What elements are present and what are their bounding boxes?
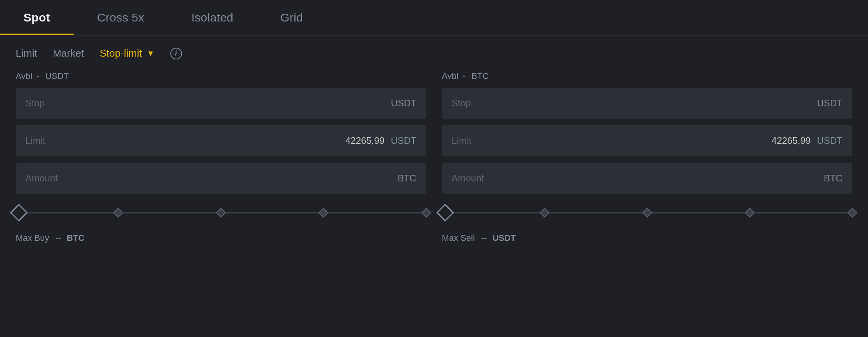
- buy-slider-dot-50[interactable]: [216, 208, 226, 217]
- buy-limit-currency: USDT: [391, 135, 416, 146]
- buy-max-value: -- BTC: [56, 233, 85, 243]
- buy-panel: Avbl - USDT Stop USDT Limit USDT: [16, 67, 426, 325]
- order-type-stop-limit[interactable]: Stop-limit: [99, 47, 142, 59]
- sell-slider-dot-50[interactable]: [642, 208, 652, 217]
- order-type-row: Limit Market Stop-limit ▼ i: [0, 36, 868, 67]
- sell-amount-field[interactable]: Amount BTC: [442, 163, 853, 194]
- tabs-bar: Spot Cross 5x Isolated Grid: [0, 0, 868, 36]
- tab-cross5x[interactable]: Cross 5x: [74, 0, 168, 35]
- sell-stop-input[interactable]: [733, 98, 811, 109]
- sell-amount-input[interactable]: [739, 173, 817, 184]
- sell-stop-currency: USDT: [817, 98, 843, 109]
- sell-amount-label: Amount: [452, 173, 484, 184]
- sell-amount-right: BTC: [739, 173, 843, 184]
- info-icon[interactable]: i: [170, 48, 182, 59]
- buy-amount-input[interactable]: [313, 173, 392, 184]
- sell-limit-currency: USDT: [817, 135, 843, 146]
- buy-stop-label: Stop: [25, 98, 45, 109]
- tab-isolated[interactable]: Isolated: [168, 0, 257, 35]
- buy-avbl-value: - USDT: [36, 71, 69, 81]
- sell-max-label: Max Sell: [442, 233, 475, 243]
- buy-stop-currency: USDT: [391, 98, 416, 109]
- buy-slider-dot-100[interactable]: [421, 208, 431, 217]
- buy-stop-input[interactable]: [306, 98, 384, 109]
- tab-grid[interactable]: Grid: [257, 0, 327, 35]
- sell-limit-field[interactable]: Limit USDT: [442, 125, 853, 156]
- sell-panel: Avbl - BTC Stop USDT Limit USDT: [442, 67, 853, 325]
- sell-slider-dot-75[interactable]: [745, 208, 754, 217]
- buy-amount-field[interactable]: Amount BTC: [16, 163, 426, 194]
- buy-limit-label: Limit: [25, 135, 45, 146]
- buy-avbl-label: Avbl: [16, 71, 32, 81]
- sell-limit-right: USDT: [733, 135, 843, 146]
- buy-slider-track[interactable]: [16, 212, 426, 213]
- buy-limit-input[interactable]: [306, 135, 384, 146]
- sell-amount-currency: BTC: [824, 173, 843, 184]
- trading-panel: Spot Cross 5x Isolated Grid Limit Market…: [0, 0, 868, 337]
- sell-max-row: Max Sell -- USDT: [442, 229, 853, 243]
- tab-spot[interactable]: Spot: [0, 0, 74, 35]
- buy-slider-handle[interactable]: [10, 204, 27, 221]
- sell-max-value: -- USDT: [481, 233, 516, 243]
- sell-avbl-label: Avbl: [442, 71, 458, 81]
- buy-stop-field[interactable]: Stop USDT: [16, 88, 426, 119]
- order-type-limit[interactable]: Limit: [16, 47, 37, 59]
- buy-avbl-row: Avbl - USDT: [16, 67, 426, 88]
- buy-amount-currency: BTC: [398, 173, 417, 184]
- buy-sell-panels: Avbl - USDT Stop USDT Limit USDT: [0, 67, 868, 337]
- buy-limit-right: USDT: [306, 135, 416, 146]
- sell-avbl-row: Avbl - BTC: [442, 67, 853, 88]
- stop-limit-dropdown-icon[interactable]: ▼: [147, 49, 155, 58]
- sell-avbl-value: - BTC: [462, 71, 489, 81]
- buy-limit-field[interactable]: Limit USDT: [16, 125, 426, 156]
- buy-slider-container: [16, 200, 426, 229]
- buy-stop-right: USDT: [306, 98, 416, 109]
- sell-limit-input[interactable]: [733, 135, 811, 146]
- sell-stop-label: Stop: [452, 98, 471, 109]
- sell-slider-dot-100[interactable]: [847, 208, 857, 217]
- buy-amount-right: BTC: [313, 173, 417, 184]
- sell-stop-right: USDT: [733, 98, 843, 109]
- buy-slider-dot-25[interactable]: [113, 208, 123, 217]
- sell-slider-dot-25[interactable]: [540, 208, 549, 217]
- order-type-market[interactable]: Market: [53, 47, 84, 59]
- buy-slider-dot-75[interactable]: [319, 208, 328, 217]
- buy-max-label: Max Buy: [16, 233, 49, 243]
- sell-slider-handle[interactable]: [436, 204, 454, 221]
- sell-slider-container: [442, 200, 853, 229]
- buy-amount-label: Amount: [25, 173, 58, 184]
- order-type-stop-limit-group: Stop-limit ▼: [99, 47, 154, 59]
- sell-limit-label: Limit: [452, 135, 472, 146]
- sell-slider-track[interactable]: [442, 212, 853, 213]
- buy-max-row: Max Buy -- BTC: [16, 229, 426, 243]
- sell-stop-field[interactable]: Stop USDT: [442, 88, 853, 119]
